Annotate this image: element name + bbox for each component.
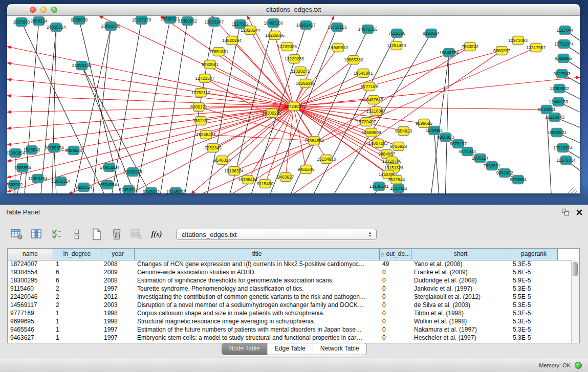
table-cell[interactable]: 49 (380, 260, 411, 268)
graph-node[interactable]: 2935114 (472, 154, 489, 163)
table-cell[interactable]: 1 (53, 260, 101, 268)
graph-node[interactable]: 7632621 (484, 162, 500, 170)
table-row[interactable]: 1938455462009Genome-wide association stu… (8, 268, 572, 276)
table-cell[interactable]: 1 (53, 309, 101, 317)
table-cell[interactable]: 19384554 (8, 268, 53, 276)
table-cell[interactable]: Estimation of the future numbers of pati… (135, 325, 380, 334)
graph-node[interactable]: 10973493 (508, 36, 528, 45)
graph-node[interactable]: 9245012 (143, 188, 160, 194)
table-cell[interactable]: 1 (53, 334, 101, 342)
table-cell[interactable]: 5.3E-5 (510, 260, 558, 268)
graph-node[interactable]: 15751074 (554, 40, 574, 49)
table-cell[interactable]: 14569117 (8, 301, 53, 309)
graph-node[interactable]: 21499262 (178, 17, 198, 26)
table-cell[interactable]: 0 (380, 309, 411, 317)
graph-node[interactable]: 18698321 (161, 16, 180, 24)
graph-node[interactable]: 14820294 (222, 36, 242, 45)
network-window-titlebar[interactable]: citations_edges.txt (7, 4, 580, 16)
table-cell[interactable]: 0 (380, 325, 411, 334)
table-cell[interactable]: Corpus callosum shape and size in male p… (135, 309, 380, 317)
tab-edge-table[interactable]: Edge Table (267, 343, 313, 355)
graph-node[interactable]: 2522544 (388, 176, 405, 184)
table-cell[interactable]: Yano et al. (2008) (411, 260, 510, 268)
graph-node[interactable]: 13216047 (366, 107, 386, 116)
column-header-out_de[interactable]: △out_de... (380, 249, 411, 260)
graph-node[interactable]: 18300295 (262, 109, 281, 118)
table-cell[interactable]: 1 (53, 317, 101, 325)
table-row[interactable]: 946362711997Embryonic stem cells: a mode… (8, 334, 572, 342)
table-cell[interactable]: 2009 (101, 268, 135, 276)
graph-node[interactable]: 17016504 (553, 144, 573, 152)
graph-node[interactable]: 17851831 (209, 48, 228, 56)
function-builder-icon[interactable]: f(x) (150, 228, 163, 240)
graph-node[interactable]: 24055724 (47, 23, 66, 32)
graph-node[interactable]: 16196424 (238, 176, 257, 184)
graph-node[interactable]: 15136141 (369, 182, 389, 191)
table-cell[interactable]: Genome-wide association studies in ADHD. (135, 268, 380, 276)
table-cell[interactable]: 1997 (101, 334, 135, 342)
table-scrollbar[interactable] (571, 260, 579, 343)
table-cell[interactable]: 9465546 (8, 325, 53, 334)
graph-node[interactable]: 18466160 (264, 19, 283, 28)
table-cell[interactable]: Dudbridge et al. (2008) (411, 276, 510, 285)
close-panel-icon[interactable] (576, 209, 583, 218)
graph-node[interactable]: 14671355 (358, 25, 378, 34)
graph-node[interactable]: 12721547 (195, 74, 214, 83)
table-cell[interactable]: 0 (380, 276, 411, 285)
table-cell[interactable]: 2008 (101, 260, 135, 268)
graph-node[interactable]: 16949910 (329, 43, 348, 52)
graph-node[interactable]: 10196334 (224, 167, 244, 176)
table-cell[interactable]: Embryonic stem cells: a model to study s… (135, 334, 380, 342)
table-cell[interactable]: Estimation of significance thresholds fo… (135, 276, 380, 285)
graph-node[interactable]: 2408224 (30, 17, 47, 26)
graph-node[interactable]: 16961427 (296, 21, 316, 30)
table-cell[interactable]: 2 (53, 293, 101, 301)
graph-edge[interactable] (136, 19, 170, 193)
graph-node[interactable]: 18226866 (265, 31, 285, 40)
graph-node[interactable]: 1305854 (14, 164, 31, 172)
table-cell[interactable]: 2008 (101, 276, 135, 285)
graph-node[interactable]: 10467643 (364, 96, 383, 104)
column-header-pagerank[interactable]: pagerank (510, 249, 558, 260)
table-cell[interactable]: Changes of HCN gene expression and I(f) … (135, 260, 380, 268)
graph-node[interactable]: 21053346 (72, 61, 92, 70)
float-window-icon[interactable] (561, 208, 570, 218)
table-cell[interactable]: Disruption of a novel member of a sodium… (135, 301, 380, 309)
table-row[interactable]: 2242004622012Investigating the contribut… (8, 293, 572, 301)
table-cell[interactable]: Nakamura et al. (1997) (411, 325, 510, 334)
graph-node[interactable]: 1517044 (557, 26, 574, 35)
graph-edge[interactable] (547, 110, 551, 193)
table-cell[interactable]: 2012 (101, 293, 135, 301)
table-cell[interactable]: 18300295 (8, 276, 53, 285)
graph-node[interactable]: 9777169 (361, 82, 378, 91)
graph-node[interactable]: 16504354 (98, 181, 117, 189)
graph-node[interactable]: 11903354 (28, 174, 47, 183)
table-cell[interactable]: 5.3E-5 (510, 334, 558, 342)
table-cell[interactable]: Structural magnetic resonance image aver… (135, 317, 380, 325)
table-cell[interactable]: 9777169 (8, 309, 53, 317)
table-cell[interactable]: 5.3E-5 (510, 285, 558, 293)
graph-node[interactable]: 9465546 (297, 165, 314, 174)
graph-node[interactable]: 10653247 (204, 18, 224, 27)
table-cell[interactable]: de Silva et al. (2003) (411, 301, 510, 309)
graph-edge[interactable] (7, 106, 294, 128)
graph-node[interactable]: 9058533 (65, 146, 82, 155)
graph-node[interactable]: 11320271 (291, 67, 310, 76)
graph-node[interactable]: 16256291 (296, 79, 315, 88)
graph-node[interactable]: 12239326 (277, 42, 297, 51)
table-chooser-dropdown[interactable]: citations_edges.txt ▲▼ (176, 229, 377, 240)
column-header-short[interactable]: short (411, 249, 510, 260)
table-cell[interactable]: 5.5E-5 (510, 293, 558, 301)
table-cell[interactable]: 22420046 (8, 293, 53, 301)
table-cell[interactable]: 1998 (101, 309, 135, 317)
table-row[interactable]: 977716911998Corpus callosum shape and si… (8, 309, 572, 317)
table-cell[interactable]: Tourette syndrome. Phenomenology and cla… (135, 285, 380, 293)
graph-node[interactable]: 9058539 (71, 16, 88, 25)
graph-node[interactable]: 8906171 (190, 103, 207, 112)
table-cell[interactable]: Jankovic et al. (1997) (411, 285, 510, 293)
table-row[interactable]: 911546021997Tourette syndrome. Phenomeno… (8, 285, 572, 293)
table-cell[interactable]: 2 (53, 301, 101, 309)
tab-network-table[interactable]: Network Table (313, 343, 366, 355)
graph-node[interactable]: 19565382 (344, 56, 363, 64)
table-settings-icon[interactable] (10, 228, 24, 240)
